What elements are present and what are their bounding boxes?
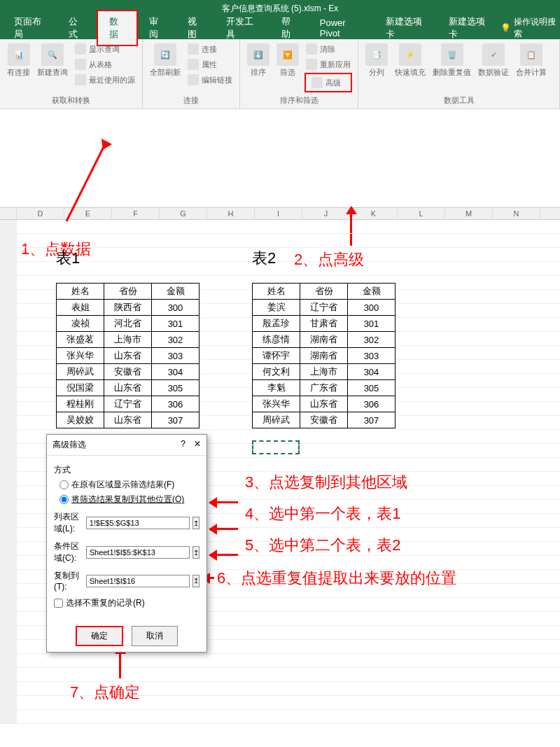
cell[interactable]: 305 [348, 380, 396, 396]
cell[interactable]: 306 [348, 396, 396, 412]
table-row[interactable]: 张兴华山东省303 [57, 348, 200, 364]
cell[interactable]: 程桂刚 [57, 396, 104, 412]
cell[interactable]: 甘肃省 [300, 316, 348, 332]
cell[interactable]: 殷孟珍 [253, 316, 300, 332]
cell[interactable]: 张盛茗 [57, 332, 104, 348]
cell[interactable]: 表姐 [57, 300, 104, 316]
btn-remove-duplicates[interactable]: 🗑️删除重复值 [431, 42, 472, 79]
table-row[interactable]: 何文利上海市304 [253, 364, 396, 380]
cell[interactable]: 302 [152, 332, 200, 348]
copy-to-input[interactable] [86, 575, 190, 587]
btn-properties[interactable]: 属性 [186, 57, 234, 71]
cell[interactable]: 吴姣姣 [57, 412, 104, 428]
cell[interactable]: 辽宁省 [104, 396, 152, 412]
col-header[interactable]: L [398, 208, 445, 219]
cell[interactable]: 周碎武 [57, 364, 104, 380]
radio-input-copy[interactable] [59, 495, 69, 504]
table-row[interactable]: 吴姣姣山东省307 [57, 412, 200, 428]
btn-refresh-all[interactable]: 🔄全部刷新 [148, 42, 182, 79]
cell[interactable]: 广东省 [300, 380, 348, 396]
table-row[interactable]: 姜滨辽宁省300 [253, 300, 396, 316]
range-picker-icon[interactable]: ↥ [192, 546, 200, 559]
cell[interactable]: 安徽省 [104, 364, 152, 380]
cell[interactable]: 300 [348, 300, 396, 316]
col-header[interactable]: G [160, 208, 207, 219]
table-row[interactable]: 李魁广东省305 [253, 380, 396, 396]
cell[interactable]: 303 [348, 348, 396, 364]
tell-me-search[interactable]: 操作说明搜索 [500, 16, 557, 40]
btn-recent-sources[interactable]: 最近使用的源 [74, 73, 136, 87]
cell[interactable]: 何文利 [253, 364, 300, 380]
cell[interactable]: 倪国梁 [57, 380, 104, 396]
btn-flash-fill[interactable]: ⚡快速填充 [393, 42, 427, 79]
cell[interactable]: 304 [348, 364, 396, 380]
range-picker-icon[interactable]: ↥ [192, 575, 200, 587]
col-header[interactable]: D [17, 208, 64, 219]
dialog-titlebar[interactable]: 高级筛选 ? ✕ [47, 435, 206, 456]
cell[interactable]: 姜滨 [253, 300, 300, 316]
btn-filter[interactable]: 🔽筛选 [275, 42, 300, 79]
cell[interactable]: 304 [152, 364, 200, 380]
cell[interactable]: 上海市 [300, 364, 348, 380]
range-picker-icon[interactable]: ↥ [192, 517, 200, 529]
table-row[interactable]: 程桂刚辽宁省306 [57, 396, 200, 412]
table-row[interactable]: 殷孟珍甘肃省301 [253, 316, 396, 332]
cell[interactable]: 山东省 [104, 412, 152, 428]
btn-reapply[interactable]: 重新应用 [304, 57, 352, 71]
cell[interactable]: 山东省 [104, 380, 152, 396]
table-row[interactable]: 倪国梁山东省305 [57, 380, 200, 396]
tab-powerpivot[interactable]: Power Pivot [309, 13, 374, 43]
table2[interactable]: 姓名省份金额 姜滨辽宁省300殷孟珍甘肃省301练彦情湖南省302谭怀宇湖南省3… [252, 283, 396, 428]
cell[interactable]: 303 [152, 348, 200, 364]
cell[interactable]: 河北省 [104, 316, 152, 332]
checkbox-input[interactable] [54, 599, 63, 608]
col-header[interactable]: K [350, 208, 398, 219]
help-icon[interactable]: ? [181, 439, 186, 451]
col-header[interactable]: I [255, 208, 302, 219]
cancel-button[interactable]: 取消 [132, 626, 178, 646]
cell[interactable]: 上海市 [104, 332, 152, 348]
btn-consolidate[interactable]: 📋合并计算 [514, 42, 548, 79]
cell[interactable]: 山东省 [104, 348, 152, 364]
btn-show-queries[interactable]: 显示查询 [74, 42, 136, 56]
cell[interactable]: 湖南省 [300, 348, 348, 364]
radio-input-inplace[interactable] [59, 480, 69, 489]
table-row[interactable]: 张兴华山东省306 [253, 396, 396, 412]
unique-records-checkbox[interactable]: 选择不重复的记录(R) [54, 597, 200, 609]
cell[interactable]: 300 [152, 300, 200, 316]
cell[interactable]: 张兴华 [57, 348, 104, 364]
cell[interactable]: 305 [152, 380, 200, 396]
col-header[interactable]: M [445, 208, 493, 219]
col-header[interactable]: J [302, 208, 350, 219]
cell[interactable]: 陕西省 [104, 300, 152, 316]
table-row[interactable]: 表姐陕西省300 [57, 300, 200, 316]
cell[interactable]: 辽宁省 [300, 300, 348, 316]
btn-advanced-filter[interactable]: 高级 [304, 73, 352, 92]
cell[interactable]: 301 [348, 316, 396, 332]
btn-sort[interactable]: ⬇️排序 [246, 42, 271, 79]
table-row[interactable]: 谭怀宇湖南省303 [253, 348, 396, 364]
table-row[interactable]: 凌祯河北省301 [57, 316, 200, 332]
table-row[interactable]: 周碎武安徽省307 [253, 412, 396, 428]
cell[interactable]: 307 [152, 412, 200, 428]
table-row[interactable]: 张盛茗上海市302 [57, 332, 200, 348]
table-row[interactable]: 练彦情湖南省302 [253, 332, 396, 348]
btn-from-table[interactable]: 从表格 [74, 57, 136, 71]
cell[interactable]: 谭怀宇 [253, 348, 300, 364]
radio-copy-to-other[interactable]: 将筛选结果复制到其他位置(O) [59, 494, 200, 505]
cell[interactable]: 307 [348, 412, 396, 428]
cell[interactable]: 李魁 [253, 380, 300, 396]
ok-button[interactable]: 确定 [76, 626, 123, 646]
list-range-input[interactable] [86, 517, 190, 529]
btn-text-to-columns[interactable]: 📑分列 [364, 42, 389, 79]
btn-existing-connections[interactable]: 📊有连接 [6, 42, 31, 79]
cell[interactable]: 湖南省 [300, 332, 348, 348]
cell[interactable]: 周碎武 [253, 412, 300, 428]
cell[interactable]: 练彦情 [253, 332, 300, 348]
btn-edit-links[interactable]: 编辑链接 [186, 73, 234, 87]
col-header[interactable]: N [493, 208, 540, 219]
btn-connections[interactable]: 连接 [186, 42, 234, 56]
cell[interactable]: 山东省 [300, 396, 348, 412]
radio-filter-in-place[interactable]: 在原有区域显示筛选结果(F) [59, 479, 200, 491]
cell[interactable]: 凌祯 [57, 316, 104, 332]
